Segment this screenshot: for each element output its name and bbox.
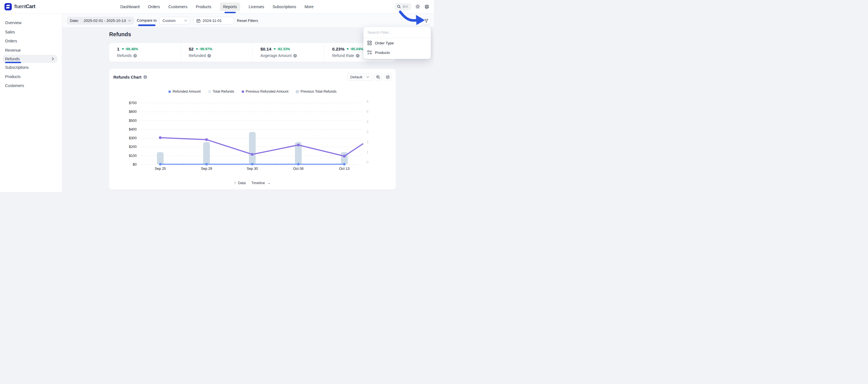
- global-search-button[interactable]: ⌘K: [395, 3, 411, 10]
- triangle-down-icon: [196, 48, 198, 50]
- main-nav: Dashboard Orders Customers Products Repo…: [0, 2, 434, 11]
- chevron-down-icon: [128, 20, 131, 22]
- filter-option-order-type[interactable]: Order Type: [364, 38, 431, 48]
- reports-main-area: Date: 2025-02-01 - 2025-10-13 Compare to…: [62, 13, 434, 192]
- svg-text:$600: $600: [129, 110, 137, 114]
- svg-text:0: 0: [367, 160, 369, 164]
- svg-text:4: 4: [367, 120, 369, 124]
- stat-average-amount: $0.14 -92.33% Avgerage Amounti: [252, 43, 324, 62]
- legend-previous-total-refunds[interactable]: Previous Total Refunds: [296, 90, 337, 93]
- search-shortcut-label: ⌘K: [402, 5, 409, 9]
- chevron-down-icon: [366, 76, 369, 78]
- change-badge: -92.33%: [274, 47, 290, 51]
- change-badge: -95.04%: [347, 47, 363, 51]
- svg-text:Sep 29: Sep 29: [201, 167, 212, 171]
- legend-total-refunds[interactable]: Total Refunds: [208, 90, 234, 93]
- info-icon[interactable]: i: [133, 54, 137, 58]
- fluentcart-logo-icon: [4, 3, 12, 10]
- timeline-link[interactable]: Timeline →: [251, 180, 271, 185]
- order-type-icon: [367, 41, 372, 45]
- legend-marker: [242, 90, 244, 93]
- refunds-combo-chart[interactable]: $0$100$200$300$400$500$600$7000123456Sep…: [109, 97, 396, 174]
- compare-to-tab[interactable]: Compare to: [137, 17, 157, 26]
- stat-value: $0.14: [260, 47, 271, 52]
- sidebar-item-products[interactable]: Products: [0, 72, 62, 81]
- stat-value: 1: [117, 47, 120, 52]
- triangle-down-icon: [347, 48, 349, 50]
- sidebar-item-refunds[interactable]: Refunds: [2, 55, 58, 63]
- triangle-down-icon: [274, 48, 276, 50]
- top-navbar: fluentCart Dashboard Orders Customers Pr…: [0, 0, 434, 13]
- stat-label: Refunds: [117, 53, 132, 58]
- stat-refunds: 1 -98.48% Refundsi: [109, 43, 181, 62]
- compare-type-select[interactable]: Custom: [159, 17, 190, 24]
- nav-item-licenses[interactable]: Licenses: [249, 2, 264, 11]
- info-icon[interactable]: i: [144, 75, 147, 79]
- info-icon[interactable]: i: [293, 54, 297, 58]
- filter-option-products[interactable]: Products: [364, 48, 431, 57]
- page-title: Refunds: [109, 31, 396, 38]
- stat-refunded: $2 -99.97% Refundedi: [181, 43, 253, 62]
- compare-date-input[interactable]: 2024-11-01: [193, 17, 234, 24]
- date-label: Date:: [70, 19, 79, 23]
- svg-text:$500: $500: [129, 119, 137, 123]
- chart-legend: Refunded Amount Total Refunds Previous R…: [109, 90, 396, 93]
- refund-stats-card: 1 -98.48% Refundsi $2 -99.97% Refundedi …: [109, 43, 396, 62]
- reset-filters-button[interactable]: Reset Filters: [237, 17, 258, 23]
- date-range-value: 2025-02-01 - 2025-10-13: [84, 19, 126, 23]
- svg-text:Sep 25: Sep 25: [155, 167, 166, 171]
- calendar-icon: [196, 19, 200, 23]
- sidebar-item-subscriptions[interactable]: Subscriptions: [0, 63, 62, 72]
- sidebar-item-sales[interactable]: Sales: [0, 28, 62, 37]
- legend-refunded-amount[interactable]: Refunded Amount: [168, 90, 200, 93]
- divider: [81, 19, 82, 23]
- zoom-in-icon: [376, 75, 380, 79]
- settings-gear-icon[interactable]: [424, 4, 429, 9]
- filter-funnel-button[interactable]: [422, 17, 431, 24]
- triangle-down-icon: [122, 48, 124, 50]
- svg-text:5: 5: [367, 110, 369, 114]
- filter-search-input[interactable]: [364, 28, 431, 37]
- nav-item-subscriptions[interactable]: Subscriptions: [273, 2, 296, 11]
- nav-item-products[interactable]: Products: [196, 2, 211, 11]
- svg-text:$300: $300: [129, 136, 137, 140]
- brand-logo[interactable]: fluentCart: [4, 3, 35, 10]
- svg-text:$0: $0: [133, 163, 137, 167]
- svg-text:Oct 08: Oct 08: [293, 167, 304, 171]
- sidebar-item-revenue[interactable]: Revenue: [0, 46, 62, 55]
- nav-item-orders[interactable]: Orders: [148, 2, 160, 11]
- refunds-chart-card: Refunds Chart i Default: [109, 69, 396, 189]
- info-icon[interactable]: i: [207, 54, 211, 58]
- nav-item-reports[interactable]: Reports: [220, 2, 240, 11]
- legend-previous-refunded-amount[interactable]: Previous Refunded Amount: [242, 90, 288, 93]
- sidebar-item-customers[interactable]: Customers: [0, 81, 62, 90]
- search-icon: [397, 5, 401, 8]
- chart-title: Refunds Chart: [113, 75, 142, 80]
- reset-zoom-button[interactable]: [384, 73, 392, 81]
- sidebar-item-overview[interactable]: Overview: [0, 18, 62, 28]
- legend-marker: [208, 90, 211, 93]
- nav-item-dashboard[interactable]: Dashboard: [120, 2, 140, 11]
- change-badge: -99.97%: [196, 47, 212, 51]
- report-filter-bar: Date: 2025-02-01 - 2025-10-13 Compare to…: [67, 17, 258, 26]
- nav-item-customers[interactable]: Customers: [168, 2, 187, 11]
- products-checklist-icon: [367, 50, 372, 55]
- sidebar-item-orders[interactable]: Orders: [0, 36, 62, 46]
- svg-text:Sep 30: Sep 30: [247, 167, 258, 171]
- data-toggle[interactable]: ↑ Data: [234, 180, 246, 185]
- chevron-down-icon: [184, 20, 187, 22]
- stat-label: Refund Rate: [332, 53, 354, 58]
- nav-item-more[interactable]: More: [305, 2, 313, 11]
- chart-footer: ↑ Data Timeline →: [109, 180, 396, 185]
- reset-zoom-icon: [385, 75, 390, 79]
- change-badge: -98.48%: [122, 47, 138, 51]
- theme-toggle-sun-icon[interactable]: [415, 4, 420, 9]
- info-icon[interactable]: i: [356, 54, 360, 58]
- stat-label: Avgerage Amount: [260, 53, 291, 58]
- chart-preset-select[interactable]: Default: [347, 73, 372, 81]
- date-range-picker[interactable]: Date: 2025-02-01 - 2025-10-13: [67, 17, 134, 24]
- zoom-in-button[interactable]: [374, 73, 382, 81]
- svg-text:6: 6: [367, 100, 369, 104]
- legend-marker: [168, 90, 171, 93]
- svg-text:$200: $200: [129, 145, 137, 149]
